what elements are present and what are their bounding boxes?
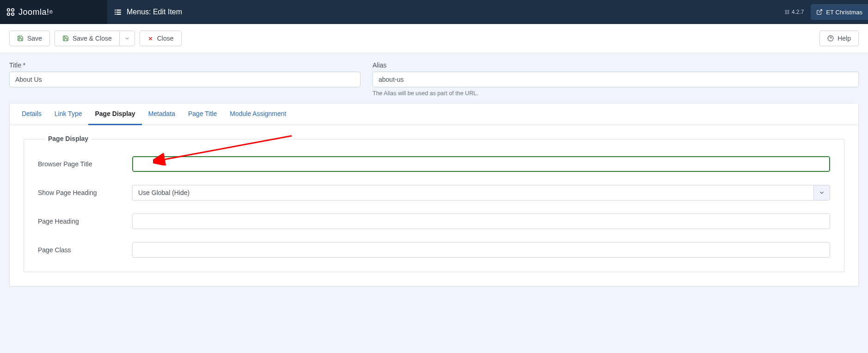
save-icon <box>62 35 69 42</box>
version-text: 4.2.7 <box>792 9 804 15</box>
svg-rect-8 <box>115 14 116 15</box>
tab-metadata[interactable]: Metadata <box>142 103 182 125</box>
save-button[interactable]: Save <box>9 30 50 46</box>
svg-point-11 <box>788 10 789 12</box>
close-icon <box>147 36 153 42</box>
save-close-group: Save & Close <box>55 30 135 46</box>
tab-link-type[interactable]: Link Type <box>48 103 89 125</box>
page-heading-label: Page Heading <box>38 218 132 225</box>
tab-details[interactable]: Details <box>15 103 48 125</box>
browser-page-title-input[interactable] <box>132 156 830 172</box>
joomla-small-icon <box>784 9 790 15</box>
svg-rect-9 <box>116 14 121 15</box>
chevron-down-icon <box>819 189 825 196</box>
close-button[interactable]: Close <box>140 30 182 46</box>
svg-point-10 <box>785 10 787 12</box>
page-title: Menus: Edit Item <box>107 8 189 16</box>
svg-rect-4 <box>115 10 116 11</box>
form-header: Title * Alias The Alias will be used as … <box>0 53 868 103</box>
page-class-label: Page Class <box>38 246 132 254</box>
joomla-icon <box>6 7 16 17</box>
brand-text: Joomla! <box>18 7 49 17</box>
site-name: ET Christmas <box>826 9 863 16</box>
svg-point-0 <box>7 9 10 12</box>
help-button[interactable]: Help <box>819 30 859 46</box>
svg-point-1 <box>12 9 14 12</box>
action-toolbar: Save Save & Close Close Help <box>0 24 868 53</box>
alias-hint: The Alias will be used as part of the UR… <box>373 90 859 97</box>
fieldset-legend: Page Display <box>45 135 91 142</box>
title-label: Title * <box>9 61 361 69</box>
show-page-heading-select[interactable]: Use Global (Hide) <box>132 185 830 201</box>
alias-input[interactable] <box>373 72 859 87</box>
browser-page-title-label: Browser Page Title <box>38 160 132 168</box>
svg-point-2 <box>7 13 10 16</box>
tab-body: Page Display Browser Page Title Show Pag… <box>10 125 858 286</box>
tabs-panel: Details Link Type Page Display Metadata … <box>9 103 859 286</box>
save-close-button[interactable]: Save & Close <box>55 30 119 46</box>
svg-rect-6 <box>115 12 116 12</box>
tab-module-assignment[interactable]: Module Assignment <box>223 103 293 125</box>
brand-logo[interactable]: Joomla! ® <box>0 0 107 24</box>
external-link-icon <box>816 9 823 15</box>
topbar: Joomla! ® Menus: Edit Item 4.2.7 ET Chri… <box>0 0 868 24</box>
save-icon <box>17 35 24 42</box>
select-value: Use Global (Hide) <box>132 185 813 201</box>
page-title-text: Menus: Edit Item <box>127 8 182 16</box>
page-class-input[interactable] <box>132 242 830 258</box>
svg-point-3 <box>12 13 14 16</box>
svg-rect-7 <box>116 12 121 12</box>
tab-page-display[interactable]: Page Display <box>88 103 141 125</box>
svg-line-14 <box>819 10 821 12</box>
page-heading-input[interactable] <box>132 213 830 229</box>
svg-point-12 <box>785 12 787 14</box>
svg-rect-5 <box>116 10 121 11</box>
site-preview-link[interactable]: ET Christmas <box>811 4 868 20</box>
save-close-dropdown[interactable] <box>119 30 135 46</box>
alias-label: Alias <box>373 61 859 69</box>
select-caret <box>813 185 830 201</box>
tab-page-title[interactable]: Page Title <box>182 103 223 125</box>
show-page-heading-label: Show Page Heading <box>38 189 132 196</box>
tabs: Details Link Type Page Display Metadata … <box>10 103 858 125</box>
page-display-fieldset: Page Display Browser Page Title Show Pag… <box>24 139 844 272</box>
version-badge[interactable]: 4.2.7 <box>784 9 804 15</box>
chevron-down-icon <box>124 36 130 41</box>
help-icon <box>827 35 834 42</box>
svg-point-13 <box>788 12 789 14</box>
list-icon <box>114 8 122 16</box>
topbar-right: 4.2.7 ET Christmas <box>784 0 868 24</box>
title-input[interactable] <box>9 72 361 87</box>
